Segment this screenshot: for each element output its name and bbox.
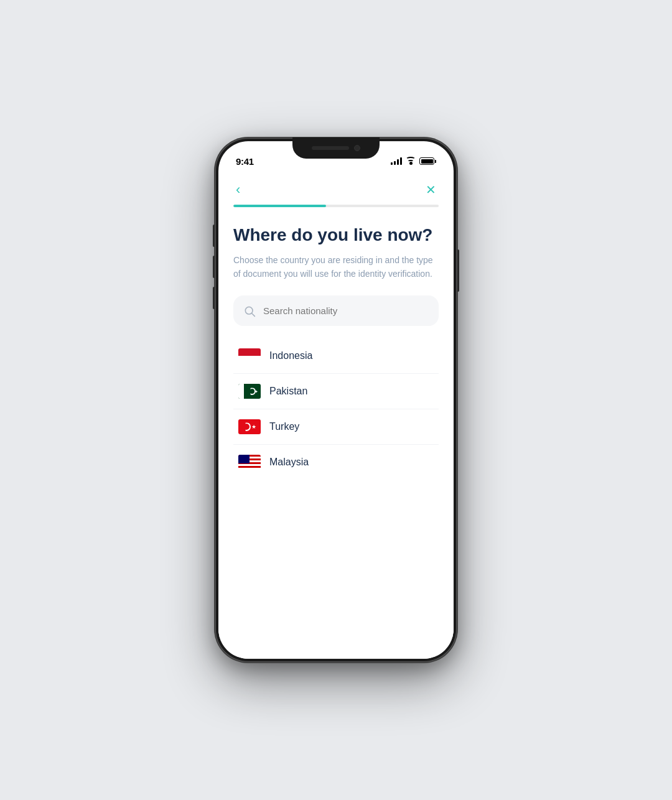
status-icons [391,157,436,165]
search-svg [243,305,256,317]
country-name-indonesia: Indonesia [269,350,312,361]
main-scroll[interactable]: Where do you live now? Choose the countr… [218,210,454,659]
camera [354,145,360,151]
flag-pakistan: ✦ [238,384,261,399]
speaker [312,146,349,150]
signal-icon [391,157,402,165]
search-icon [243,305,256,317]
country-item-pakistan[interactable]: ✦ Pakistan [233,374,439,409]
country-list: Indonesia ✦ Pakistan [233,338,439,480]
flag-turkey: ★ [238,419,261,434]
flag-malaysia [238,455,261,470]
battery-icon [419,157,436,165]
country-name-pakistan: Pakistan [269,386,307,397]
page-title: Where do you live now? [233,225,439,246]
app-content: ‹ ✕ Where do you live now? Choose the co… [218,172,454,659]
progress-track [233,205,439,207]
flag-indonesia [238,348,261,363]
status-time: 9:41 [236,156,254,167]
search-container [233,295,439,326]
close-button[interactable]: ✕ [423,180,439,200]
wifi-icon [406,157,416,165]
country-name-malaysia: Malaysia [269,457,309,468]
back-button[interactable]: ‹ [233,180,243,199]
country-item-malaysia[interactable]: Malaysia [233,445,439,480]
phone-notch [292,137,380,159]
page-subtitle: Choose the country you are residing in a… [233,253,439,281]
country-item-indonesia[interactable]: Indonesia [233,338,439,374]
progress-fill [233,205,326,207]
country-name-turkey: Turkey [269,421,299,432]
svg-line-1 [252,314,255,317]
progress-container [218,205,454,207]
country-item-turkey[interactable]: ★ Turkey [233,409,439,445]
phone-mockup: 9:41 [215,137,457,663]
search-input[interactable] [233,295,439,326]
nav-bar: ‹ ✕ [218,172,454,205]
phone-screen: 9:41 [218,141,454,659]
